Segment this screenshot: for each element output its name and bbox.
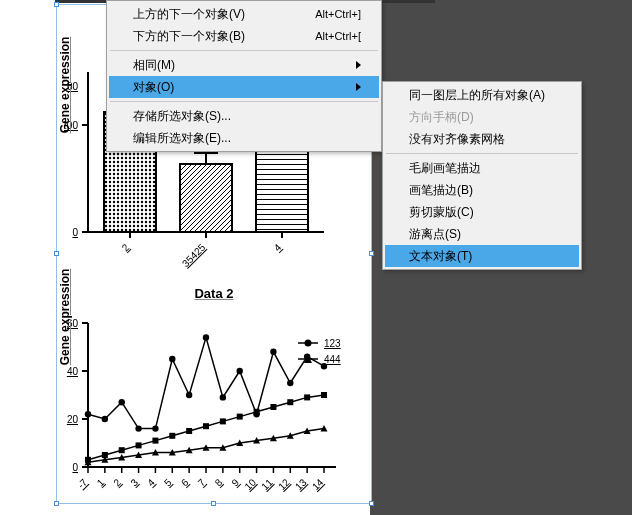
svg-point-39 [305,340,312,347]
svg-text:10: 10 [242,476,258,492]
menu-item[interactable]: 下方的下一个对象(B)Alt+Ctrl+[ [109,25,379,47]
menu-separator [386,153,578,154]
selection-handle[interactable] [369,501,374,506]
svg-point-47 [135,425,141,431]
svg-rect-61 [119,447,125,453]
selection-handle[interactable] [54,251,59,256]
svg-rect-70 [270,404,276,410]
svg-point-55 [270,349,276,355]
svg-text:11: 11 [259,476,275,492]
menu-item-label: 文本对象(T) [409,248,472,265]
menu-item-label: 同一图层上的所有对象(A) [409,87,545,104]
svg-rect-66 [203,423,209,429]
svg-point-44 [85,411,91,417]
svg-point-49 [169,356,175,362]
svg-point-56 [287,380,293,386]
menu-shortcut: Alt+Ctrl+] [315,8,361,20]
selection-handle[interactable] [54,2,59,7]
svg-text:9: 9 [229,476,241,488]
menu-item[interactable]: 同一图层上的所有对象(A) [385,84,579,106]
menu-item-label: 存储所选对象(S)... [133,108,231,125]
svg-text:123: 123 [324,338,341,349]
menu-item[interactable]: 文本对象(T) [385,245,579,267]
svg-text:40: 40 [67,366,79,377]
y-axis-label: Gene expression [58,37,72,134]
svg-rect-62 [136,442,142,448]
svg-text:13: 13 [293,476,309,492]
menu-item: 方向手柄(D) [385,106,579,128]
svg-text:6: 6 [179,476,191,488]
menu-separator [110,101,378,102]
menu-item-label: 剪切蒙版(C) [409,204,474,221]
menu-item[interactable]: 游离点(S) [385,223,579,245]
menu-item-label: 画笔描边(B) [409,182,473,199]
chart-title: Data 2 [64,286,364,301]
svg-point-51 [203,334,209,340]
menu-item-label: 编辑所选对象(E)... [133,130,231,147]
menu-item-label: 毛刷画笔描边 [409,160,481,177]
submenu-arrow-icon [356,61,361,69]
line-chart[interactable]: Data 2 Gene expression 0 20 40 60 123 [64,286,364,496]
svg-rect-63 [152,438,158,444]
svg-text:20: 20 [67,414,79,425]
menu-shortcut: Alt+Ctrl+[ [315,30,361,42]
svg-point-50 [186,392,192,398]
svg-text:8: 8 [213,476,225,488]
svg-text:0: 0 [72,227,78,238]
svg-text:2: 2 [111,476,123,488]
svg-text:14: 14 [310,476,326,492]
svg-rect-69 [254,409,260,415]
menu-item-label: 上方的下一个对象(V) [133,6,245,23]
svg-point-48 [152,425,158,431]
svg-text:7: 7 [196,476,208,488]
svg-text:444: 444 [324,354,341,365]
menu-item[interactable]: 编辑所选对象(E)... [109,127,379,149]
svg-rect-65 [186,428,192,434]
svg-text:1: 1 [95,476,107,488]
svg-point-45 [102,416,108,422]
line-chart-svg: 0 20 40 60 123 444 -71234567891011121314 [64,307,364,497]
svg-text:-7: -7 [75,476,89,490]
selection-handle[interactable] [54,501,59,506]
menu-item[interactable]: 上方的下一个对象(V)Alt+Ctrl+] [109,3,379,25]
svg-rect-71 [287,399,293,405]
menu-item-label: 游离点(S) [409,226,461,243]
menu-item-label: 方向手柄(D) [409,109,474,126]
svg-text:3: 3 [128,476,140,488]
menu-item[interactable]: 相同(M) [109,54,379,76]
svg-rect-16 [180,164,232,232]
menu-item[interactable]: 存储所选对象(S)... [109,105,379,127]
svg-point-57 [304,353,310,359]
menu-item[interactable]: 毛刷画笔描边 [385,157,579,179]
svg-point-53 [237,368,243,374]
svg-point-46 [119,399,125,405]
menu-item[interactable]: 对象(O) [109,76,379,98]
selection-handle[interactable] [369,251,374,256]
svg-rect-68 [237,414,243,420]
menu-separator [110,50,378,51]
menu-item[interactable]: 画笔描边(B) [385,179,579,201]
svg-text:5: 5 [162,476,174,488]
svg-rect-72 [304,394,310,400]
menu-item-label: 对象(O) [133,79,174,96]
submenu-arrow-icon [356,83,361,91]
context-submenu[interactable]: 同一图层上的所有对象(A)方向手柄(D)没有对齐像素网格毛刷画笔描边画笔描边(B… [382,81,582,270]
y-axis-label: Gene expression [58,268,72,365]
menu-item-label: 相同(M) [133,57,175,74]
svg-rect-73 [321,392,327,398]
svg-text:2: 2 [120,241,132,253]
menu-item-label: 没有对齐像素网格 [409,131,505,148]
svg-text:35425: 35425 [180,241,208,269]
svg-text:0: 0 [72,462,78,473]
menu-item[interactable]: 没有对齐像素网格 [385,128,579,150]
svg-rect-64 [169,433,175,439]
context-menu[interactable]: 上方的下一个对象(V)Alt+Ctrl+]下方的下一个对象(B)Alt+Ctrl… [106,0,382,152]
svg-point-58 [321,363,327,369]
svg-text:4: 4 [272,241,284,253]
svg-text:4: 4 [145,476,157,488]
selection-handle[interactable] [211,501,216,506]
svg-rect-67 [220,418,226,424]
menu-item[interactable]: 剪切蒙版(C) [385,201,579,223]
svg-text:12: 12 [276,476,292,492]
svg-point-52 [220,394,226,400]
